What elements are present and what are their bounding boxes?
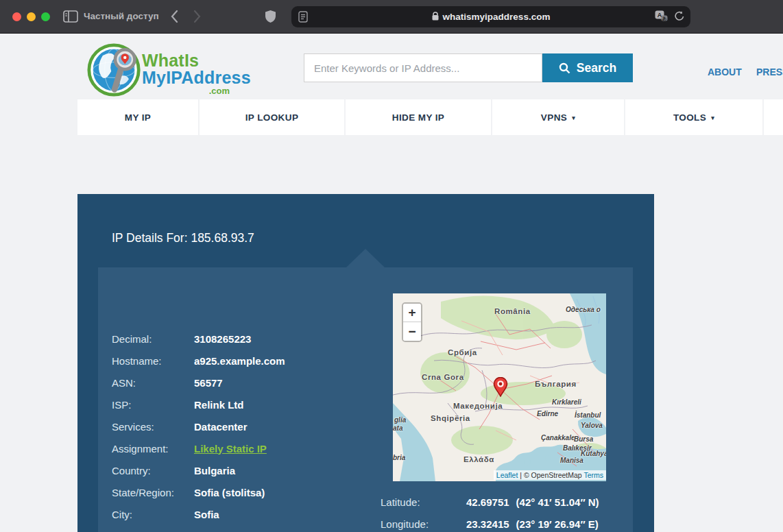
detail-label: City: [112, 509, 194, 520]
zoom-in-button[interactable]: + [403, 304, 421, 322]
coord-dms: (42° 41′ 51.04″ N) [516, 496, 599, 508]
detail-label: ISP: [112, 399, 194, 411]
url-text: whatismyipaddress.com [443, 12, 551, 22]
detail-label: State/Region: [112, 487, 194, 498]
detail-label: ASN: [112, 377, 194, 389]
lock-icon [432, 12, 439, 23]
nav-tab-partial[interactable] [764, 99, 783, 135]
browser-chrome: Частный доступ whatismyipaddress.com [0, 0, 783, 34]
nav-tab-tools[interactable]: TOOLS▾ [625, 99, 762, 135]
ip-details-panel: IP Details For: 185.68.93.7 Decimal:3108… [77, 194, 654, 532]
map-label: Manisa [560, 457, 583, 464]
main-nav: MY IPIP LOOKUPHIDE MY IPVPNS▾TOOLS▾ [77, 99, 783, 135]
detail-value: Datacenter [194, 421, 248, 433]
map-label: България [535, 380, 577, 388]
map-label: bria [393, 454, 405, 461]
detail-value: 3108265223 [194, 333, 251, 345]
detail-value: Sofia [194, 509, 219, 520]
detail-row: Hostname:a925.example.com [112, 350, 285, 372]
coord-value: 42.69751 [466, 496, 509, 508]
url-bar[interactable]: whatismyipaddress.com A あ [291, 6, 690, 27]
search-button[interactable]: Search [542, 53, 633, 82]
nav-tab-my-ip[interactable]: MY IP [77, 99, 198, 135]
nav-tab-label: MY IP [125, 112, 152, 123]
map-label: Ελλάδα [463, 455, 494, 463]
wordmark-line2: MyIPAddress [142, 69, 251, 86]
coords-list: Latitude:42.69751(42° 41′ 51.04″ N)Longi… [381, 491, 599, 532]
map-label: România [494, 307, 531, 315]
about-link[interactable]: ABOUT [708, 66, 742, 77]
map-label: Одеська о [566, 306, 601, 313]
press-link[interactable]: PRESS [756, 66, 783, 77]
map-label: Bursa [574, 435, 593, 443]
map-label: Србија [448, 348, 477, 356]
traffic-light-close[interactable] [12, 12, 21, 21]
forward-button[interactable] [193, 10, 201, 27]
ip-details-card: Decimal:3108265223Hostname:a925.example.… [98, 267, 633, 532]
map-label: ata [393, 424, 402, 432]
coord-row: Longitude:23.32415(23° 19′ 26.94″ E) [381, 513, 599, 532]
map-marker-icon [493, 377, 508, 400]
detail-label: Services: [112, 421, 194, 433]
reader-icon[interactable] [298, 11, 308, 25]
terms-link[interactable]: Terms [583, 471, 603, 479]
map-label: Yalova [581, 422, 603, 429]
detail-value: a925.example.com [194, 355, 285, 367]
coord-value: 23.32415 [466, 518, 509, 530]
detail-row: Assignment:Likely Static IP [112, 437, 285, 459]
map-attribution: Leaflet | © OpenStreetMap Terms [494, 470, 606, 480]
map-label: Kütahya [581, 450, 606, 457]
detail-value: Bulgaria [194, 465, 235, 476]
detail-row: Decimal:3108265223 [112, 328, 285, 350]
back-button[interactable] [171, 10, 178, 27]
reload-icon[interactable] [674, 10, 685, 25]
site-wordmark[interactable]: WhatIs MyIPAddress .com [142, 52, 251, 95]
nav-tab-label: HIDE MY IP [392, 112, 445, 123]
sidebar-toggle-icon[interactable] [63, 10, 78, 25]
nav-tab-hide-my-ip[interactable]: HIDE MY IP [346, 99, 491, 135]
detail-value: Relink Ltd [194, 399, 244, 411]
map-label: Kırklareli [552, 398, 581, 406]
translate-icon[interactable]: A あ [655, 10, 668, 25]
detail-row: ASN:56577 [112, 372, 285, 394]
zoom-out-button[interactable]: − [403, 322, 421, 341]
screen: Частный доступ whatismyipaddress.com [0, 0, 783, 532]
detail-row: Services:Datacenter [112, 415, 285, 437]
detail-label: Hostname: [112, 355, 194, 367]
caret-down-icon: ▾ [711, 114, 714, 121]
search-icon [559, 62, 570, 74]
map-label: Crna Gora [422, 373, 464, 381]
map-zoom-control: + − [402, 302, 422, 342]
traffic-light-zoom[interactable] [41, 12, 50, 21]
detail-value: 56577 [194, 377, 223, 389]
coord-dms: (23° 19′ 26.94″ E) [516, 518, 599, 530]
wordmark-line1: WhatIs [142, 52, 251, 69]
detail-row: City:Sofia [112, 503, 285, 525]
detail-value-link[interactable]: Likely Static IP [194, 443, 267, 455]
panel-title: IP Details For: 185.68.93.7 [112, 231, 254, 245]
detail-row: ISP:Relink Ltd [112, 394, 285, 415]
detail-row: State/Region:Sofia (stolitsa) [112, 481, 285, 503]
map-label: Shqipëria [431, 414, 470, 422]
search-input[interactable] [304, 53, 542, 82]
nav-tab-ip-lookup[interactable]: IP LOOKUP [200, 99, 344, 135]
map-label: İstanbul [575, 411, 601, 419]
svg-text:あ: あ [662, 16, 667, 21]
site-logo-globe-icon[interactable] [87, 43, 142, 100]
shield-icon[interactable] [265, 10, 276, 26]
nav-tab-vpns[interactable]: VPNS▾ [492, 99, 624, 135]
nav-tab-label: IP LOOKUP [245, 112, 299, 123]
traffic-light-minimize[interactable] [27, 12, 36, 21]
caret-down-icon: ▾ [572, 114, 575, 121]
map[interactable]: RomâniaОдеська оСрбијаCrna GoraБългарияМ… [393, 293, 606, 481]
detail-value: Sofia (stolitsa) [194, 487, 265, 498]
detail-label: Assignment: [112, 443, 194, 455]
nav-tab-label: TOOLS [673, 112, 706, 123]
coord-row: Latitude:42.69751(42° 41′ 51.04″ N) [381, 491, 599, 513]
map-label: Македонија [453, 402, 503, 410]
private-browsing-label: Частный доступ [84, 11, 159, 21]
map-label: Edirne [537, 410, 558, 418]
detail-label: Decimal: [112, 333, 194, 345]
attribution-text: | © OpenStreetMap [518, 471, 583, 479]
leaflet-link[interactable]: Leaflet [496, 471, 518, 479]
